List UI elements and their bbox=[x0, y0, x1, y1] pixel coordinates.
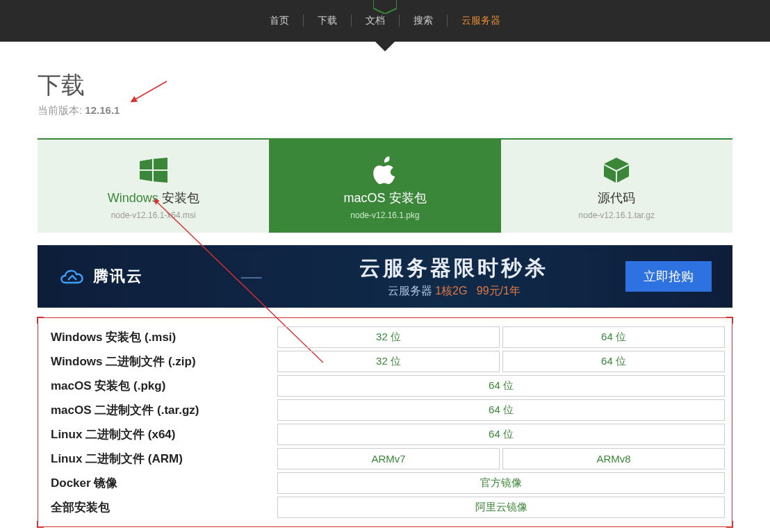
row-label: 全部安装包 bbox=[45, 497, 275, 518]
card-filename: node-v12.16.1-x64.msi bbox=[44, 210, 262, 220]
cloud-icon bbox=[58, 266, 86, 287]
row-label: Linux 二进制文件 (x64) bbox=[45, 424, 275, 445]
table-row: Linux 二进制文件 (ARM)ARMv7ARMv8 bbox=[45, 448, 725, 469]
download-cards: Windows 安装包 node-v12.16.1-x64.msi macOS … bbox=[38, 138, 732, 233]
banner-headline-b: 秒杀 bbox=[501, 256, 548, 279]
nav-item-search[interactable]: 搜索 bbox=[400, 15, 448, 27]
nav-item-docs[interactable]: 文档 bbox=[352, 15, 400, 27]
promo-banner[interactable]: 腾讯云 — 云服务器限时秒杀 云服务器 1核2G 99元/1年 立即抢购 bbox=[38, 245, 732, 308]
card-title-suffix: 源代码 bbox=[598, 191, 635, 205]
table-row: Linux 二进制文件 (x64)64 位 bbox=[45, 424, 725, 445]
download-link[interactable]: 32 位 bbox=[277, 351, 500, 372]
banner-separator: — bbox=[241, 265, 262, 288]
download-link[interactable]: 32 位 bbox=[277, 326, 500, 348]
page-subtitle: 当前版本: 12.16.1 bbox=[38, 104, 732, 117]
banner-sub-c: 99元/1年 bbox=[477, 285, 521, 297]
svg-marker-2 bbox=[140, 159, 152, 169]
row-label: macOS 安装包 (.pkg) bbox=[45, 375, 275, 397]
windows-icon bbox=[44, 156, 262, 184]
card-source[interactable]: 源代码 node-v12.16.1.tar.gz bbox=[501, 140, 732, 233]
card-filename: node-v12.16.1.pkg bbox=[276, 210, 493, 220]
row-label: macOS 二进制文件 (.tar.gz) bbox=[45, 399, 275, 421]
row-label: Linux 二进制文件 (ARM) bbox=[45, 448, 275, 469]
download-table: Windows 安装包 (.msi)32 位64 位Windows 二进制文件 … bbox=[42, 324, 728, 521]
card-windows[interactable]: Windows 安装包 node-v12.16.1-x64.msi bbox=[38, 140, 269, 233]
nav-item-download[interactable]: 下载 bbox=[304, 15, 352, 27]
card-title: macOS 安装包 bbox=[276, 190, 493, 206]
nav-pointer-icon bbox=[375, 42, 395, 51]
svg-marker-4 bbox=[140, 171, 152, 181]
download-table-wrap: Windows 安装包 (.msi)32 位64 位Windows 二进制文件 … bbox=[38, 317, 732, 527]
card-filename: node-v12.16.1.tar.gz bbox=[508, 210, 726, 220]
table-row: Docker 镜像官方镜像 bbox=[45, 472, 725, 494]
table-row: macOS 安装包 (.pkg)64 位 bbox=[45, 375, 725, 397]
table-row: Windows 安装包 (.msi)32 位64 位 bbox=[45, 326, 725, 348]
top-bar: 首页 下载 文档 搜索 云服务器 bbox=[0, 0, 770, 42]
card-title-suffix: 安装包 bbox=[389, 191, 427, 205]
nav-item-home[interactable]: 首页 bbox=[256, 15, 304, 27]
download-link[interactable]: 阿里云镜像 bbox=[277, 497, 725, 518]
table-row: Windows 二进制文件 (.zip)32 位64 位 bbox=[45, 351, 725, 372]
row-label: Docker 镜像 bbox=[45, 472, 275, 494]
banner-sub-a: 云服务器 bbox=[388, 285, 432, 297]
banner-main: 云服务器限时秒杀 云服务器 1核2G 99元/1年 bbox=[359, 254, 548, 299]
card-title-prefix: macOS bbox=[343, 191, 388, 205]
download-link[interactable]: ARMv7 bbox=[277, 448, 500, 469]
card-title: Windows 安装包 bbox=[44, 190, 262, 206]
download-link[interactable]: 64 位 bbox=[277, 375, 725, 397]
banner-cta-button[interactable]: 立即抢购 bbox=[625, 261, 712, 292]
table-row: macOS 二进制文件 (.tar.gz)64 位 bbox=[45, 399, 725, 421]
download-link[interactable]: 64 位 bbox=[502, 326, 725, 348]
table-row: 全部安装包阿里云镜像 bbox=[45, 497, 725, 518]
svg-marker-3 bbox=[154, 158, 167, 169]
banner-sub-b: 1核2G bbox=[435, 285, 467, 297]
banner-brand-text: 腾讯云 bbox=[93, 266, 143, 287]
download-link[interactable]: 64 位 bbox=[277, 399, 725, 421]
page-title: 下载 bbox=[38, 69, 732, 101]
logo-hexagon bbox=[373, 0, 397, 16]
apple-icon bbox=[276, 156, 493, 184]
download-link[interactable]: 64 位 bbox=[277, 424, 725, 445]
svg-marker-5 bbox=[154, 171, 167, 183]
card-macos[interactable]: macOS 安装包 node-v12.16.1.pkg bbox=[269, 140, 500, 233]
banner-headline-a: 云服务器限时 bbox=[359, 256, 501, 279]
svg-marker-0 bbox=[373, 0, 397, 14]
version-label: 当前版本: bbox=[38, 104, 85, 116]
cube-icon bbox=[508, 156, 726, 184]
row-label: Windows 安装包 (.msi) bbox=[45, 326, 275, 348]
card-title: 源代码 bbox=[508, 190, 726, 206]
banner-brand-group: 腾讯云 bbox=[58, 266, 143, 287]
version-number: 12.16.1 bbox=[85, 104, 120, 116]
download-link[interactable]: 64 位 bbox=[502, 351, 725, 372]
download-link[interactable]: ARMv8 bbox=[502, 448, 725, 469]
row-label: Windows 二进制文件 (.zip) bbox=[45, 351, 275, 372]
card-title-suffix: 安装包 bbox=[162, 191, 199, 205]
card-title-prefix: Windows bbox=[108, 191, 162, 205]
download-link[interactable]: 官方镜像 bbox=[277, 472, 725, 494]
nav-item-cloud[interactable]: 云服务器 bbox=[448, 15, 514, 27]
